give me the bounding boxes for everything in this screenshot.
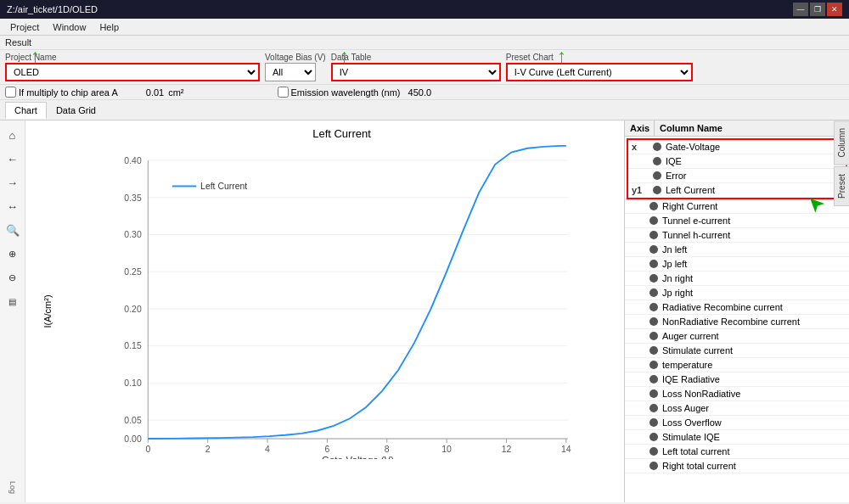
- data-label: Data Table: [331, 53, 501, 62]
- sidebar-row[interactable]: Right Current: [625, 199, 849, 214]
- chip-area-checkbox[interactable]: [5, 87, 16, 98]
- home-button[interactable]: ⌂: [3, 126, 22, 144]
- row-label: Auger current: [662, 331, 719, 341]
- post-processing: If multiply to chip area A 0.01 cm² Emis…: [0, 85, 849, 100]
- data-select[interactable]: IV: [331, 63, 501, 81]
- back-button[interactable]: ←: [3, 149, 22, 168]
- sidebar-row[interactable]: Jp right: [625, 286, 849, 300]
- toolbar: Project Name OLED ↓ Voltage Bias (V) All…: [0, 50, 849, 85]
- row-label: Radiative Recombine current: [662, 302, 783, 312]
- sidebar-header: Axis Column Name: [625, 120, 849, 137]
- close-button[interactable]: ✕: [827, 3, 842, 16]
- sidebar-row[interactable]: Jp left: [625, 257, 849, 272]
- gate-voltage-label: Gate-Voltage: [666, 142, 720, 152]
- svg-text:2: 2: [205, 445, 211, 454]
- svg-text:0.10: 0.10: [124, 378, 142, 388]
- chart-area: Left Current I(A/cm²) 0.40 0.35 0.30 0.2…: [25, 120, 624, 502]
- title-path: Z:/air_ticket/1D/OLED: [7, 4, 98, 14]
- forward-button[interactable]: →: [3, 173, 22, 192]
- maximize-button[interactable]: ❐: [810, 3, 825, 16]
- axis-header: Axis: [625, 120, 655, 136]
- sidebar-row-iqe[interactable]: IQE: [628, 154, 846, 169]
- sidebar-content: x Gate-Voltage IQE Error y1 Le: [625, 137, 849, 502]
- sidebar-row[interactable]: Jn right: [625, 272, 849, 286]
- pan-button[interactable]: ↔: [3, 197, 22, 216]
- row-label: Jp right: [662, 288, 693, 298]
- preset-label: Preset Chart: [506, 53, 693, 62]
- left-panel: ⌂ ← → ↔ 🔍 ⊕ ⊖ ▤ Log: [0, 120, 25, 502]
- sidebar-row[interactable]: Stimulate current: [625, 344, 849, 358]
- emission-wavelength-label: Emission wavelength (nm): [291, 87, 401, 98]
- sidebar-row[interactable]: Left total current: [625, 445, 849, 459]
- zoom-button[interactable]: 🔍: [3, 221, 22, 239]
- iqe-label: IQE: [666, 156, 682, 166]
- emission-wavelength-checkbox[interactable]: [278, 87, 289, 98]
- row-label: Loss Auger: [662, 403, 709, 413]
- svg-text:8: 8: [385, 445, 390, 454]
- tab-data-grid[interactable]: Data Grid: [47, 102, 105, 118]
- svg-text:0.40: 0.40: [124, 156, 142, 165]
- svg-text:0.35: 0.35: [124, 193, 142, 203]
- row-label: Jn right: [662, 273, 693, 283]
- row-label: Loss Overflow: [662, 417, 722, 428]
- svg-text:0.25: 0.25: [124, 267, 142, 277]
- sidebar-row[interactable]: NonRadiative Recombine current: [625, 315, 849, 329]
- row-label: Tunnel e-current: [662, 216, 730, 226]
- svg-text:0.00: 0.00: [124, 434, 142, 444]
- svg-text:4: 4: [265, 445, 270, 454]
- sidebar-row-error[interactable]: Error: [628, 169, 846, 183]
- sidebar-row-gate-voltage[interactable]: x Gate-Voltage: [628, 140, 846, 154]
- zoom-out-button[interactable]: ⊖: [3, 268, 22, 287]
- svg-text:0.15: 0.15: [124, 341, 142, 350]
- svg-text:0.05: 0.05: [124, 416, 142, 425]
- chip-area-value: 0.01: [146, 87, 164, 98]
- result-label: Result: [0, 36, 849, 50]
- voltage-label: Voltage Bias (V): [265, 53, 326, 62]
- sidebar-row[interactable]: Loss NonRadiative: [625, 387, 849, 401]
- row-label: Stimulate current: [662, 345, 733, 356]
- tab-chart[interactable]: Chart: [5, 102, 47, 119]
- emission-wavelength-value: 450.0: [408, 87, 432, 98]
- chart-svg: 0.40 0.35 0.30 0.25 0.20 0.15 0.10 0.05 …: [68, 144, 616, 459]
- row-label: Loss NonRadiative: [662, 389, 740, 399]
- left-current-label: Left Current: [666, 185, 715, 195]
- column-tab[interactable]: Column: [834, 120, 849, 165]
- voltage-select[interactable]: All: [265, 63, 316, 81]
- sidebar-row[interactable]: Radiative Recombine current: [625, 300, 849, 315]
- svg-text:6: 6: [324, 445, 329, 454]
- row-label: temperature: [662, 360, 712, 370]
- preset-select[interactable]: I-V Curve (Left Current): [506, 63, 693, 81]
- svg-text:14: 14: [561, 445, 571, 454]
- svg-text:0.20: 0.20: [124, 305, 142, 314]
- svg-text:0.30: 0.30: [124, 230, 142, 239]
- sidebar-row[interactable]: temperature: [625, 358, 849, 372]
- sidebar-row[interactable]: Tunnel e-current: [625, 214, 849, 228]
- sidebar-row[interactable]: Right total current: [625, 459, 849, 473]
- svg-text:10: 10: [441, 445, 452, 454]
- chart-title: Left Current: [68, 127, 616, 140]
- row-label: Tunnel h-current: [662, 230, 730, 240]
- menu-help[interactable]: Help: [93, 20, 126, 34]
- column-name-header: Column Name: [655, 120, 849, 136]
- row-label: Stimulate IQE: [662, 432, 720, 442]
- sidebar-row[interactable]: Loss Overflow: [625, 416, 849, 430]
- project-select[interactable]: OLED: [5, 63, 260, 81]
- row-label: Jp left: [662, 259, 687, 269]
- chart-options-button[interactable]: ▤: [3, 292, 22, 311]
- row-label: Right Current: [662, 201, 717, 211]
- menu-project[interactable]: Project: [3, 20, 46, 34]
- sidebar: Column Preset Axis Column Name x Gate-Vo…: [624, 120, 849, 502]
- chip-area-unit: cm²: [168, 87, 183, 98]
- zoom-in-button[interactable]: ⊕: [3, 244, 22, 263]
- sidebar-row-left-current[interactable]: y1 Left Current: [628, 183, 846, 198]
- sidebar-row[interactable]: Jn left: [625, 243, 849, 257]
- sidebar-row[interactable]: Tunnel h-current: [625, 228, 849, 243]
- sidebar-row[interactable]: Loss Auger: [625, 401, 849, 416]
- minimize-button[interactable]: —: [793, 3, 808, 16]
- preset-tab[interactable]: Preset: [834, 166, 849, 206]
- menu-window[interactable]: Window: [46, 20, 93, 34]
- sidebar-row[interactable]: Auger current: [625, 329, 849, 344]
- sidebar-row[interactable]: Stimulate IQE: [625, 430, 849, 445]
- sidebar-row[interactable]: IQE Radiative: [625, 372, 849, 387]
- svg-text:12: 12: [502, 445, 512, 454]
